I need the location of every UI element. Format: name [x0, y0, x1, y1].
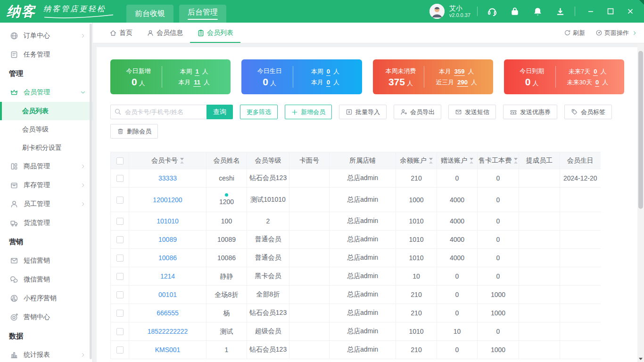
bell-icon[interactable]: [529, 3, 545, 19]
sidebar-subitem-5[interactable]: 会员等级: [0, 120, 92, 139]
scrollbar-down-arrow[interactable]: [637, 355, 644, 362]
sort-caret[interactable]: [514, 158, 518, 164]
search-input[interactable]: [110, 105, 206, 119]
sidebar: 订单中心任务管理管理会员管理会员列表会员等级刷卡积分设置商品管理库存管理员工管理…: [0, 23, 93, 362]
refresh-icon: [564, 29, 571, 36]
corner-decoration: [639, 0, 644, 5]
toolbar-button-3[interactable]: 会员导出: [394, 105, 441, 119]
nav-cashier-button[interactable]: 前台收银: [126, 5, 173, 23]
member-table: 会员卡号会员姓名会员等级卡面号所属店铺余额账户赠送账户售卡工本费提成员工会员生日…: [110, 152, 601, 359]
toolbar-button-4[interactable]: 发送短信: [448, 105, 496, 119]
member-card-link[interactable]: 101010: [157, 217, 179, 225]
toolbar-button-5[interactable]: 发送优惠券: [503, 105, 557, 119]
search-button[interactable]: 查询: [206, 105, 233, 119]
goods-icon: [9, 162, 18, 171]
toolbar-row-2: 删除会员: [110, 124, 624, 139]
sort-caret[interactable]: [429, 158, 433, 164]
card-stat-link[interactable]: 290: [457, 79, 468, 87]
card-stat: 本月0人: [311, 78, 339, 87]
sidebar-item-10[interactable]: 货流管理: [0, 214, 92, 232]
tab-0[interactable]: 首页: [102, 23, 140, 43]
row-checkbox[interactable]: [116, 175, 124, 182]
sidebar-item-17[interactable]: 统计报表: [0, 346, 92, 362]
member-card-link[interactable]: KMS001: [155, 346, 181, 354]
chart-icon: [9, 351, 18, 360]
stat-card-3: 今日到期 0人 未来7天0人未来30天0人: [504, 59, 624, 94]
card-stat-link[interactable]: 359: [454, 68, 465, 76]
scrollbar-thumb[interactable]: [638, 51, 643, 209]
select-all-checkbox[interactable]: [116, 157, 124, 165]
card-stat-link[interactable]: 0: [595, 79, 599, 87]
member-card-link[interactable]: 12001200: [153, 196, 182, 204]
sidebar-item-13[interactable]: 微信营销: [0, 270, 92, 289]
column-header-5: 余额账户: [396, 152, 437, 169]
card-stat-link[interactable]: 11: [193, 79, 201, 87]
sidebar-item-12[interactable]: 短信营销: [0, 251, 92, 270]
sidebar-item-15[interactable]: 营销中心: [0, 308, 92, 327]
card-stat-link[interactable]: 0: [326, 68, 330, 76]
lock-icon[interactable]: [507, 3, 523, 19]
toolbar-button-1[interactable]: 新增会员: [285, 105, 332, 119]
sidebar-item-14[interactable]: 小程序营销: [0, 289, 92, 308]
tab-1[interactable]: 会员信息: [140, 23, 190, 43]
maximize-button[interactable]: [602, 3, 619, 19]
sidebar-item-3[interactable]: 会员管理: [0, 83, 92, 102]
minimize-button[interactable]: [582, 3, 600, 19]
row-checkbox[interactable]: [116, 255, 124, 262]
miniprogram-icon: [9, 294, 18, 303]
sidebar-item-8[interactable]: 库存管理: [0, 176, 92, 195]
user-info[interactable]: 艾小 v2.0.0.37: [449, 4, 471, 18]
table-row: 10089 10089 普通会员 总店admin 1010 4000 0: [111, 230, 601, 249]
tabbar-action-1[interactable]: 页面操作: [595, 29, 637, 37]
row-checkbox[interactable]: [116, 273, 124, 280]
sidebar-item-0[interactable]: 订单中心: [0, 26, 92, 45]
card-stat: 本月11人: [178, 78, 210, 87]
tabbar-action-0[interactable]: 刷新: [564, 29, 585, 37]
sort-caret[interactable]: [470, 158, 473, 164]
card-value: 0人: [132, 77, 145, 87]
member-card-link[interactable]: 666555: [157, 309, 179, 317]
row-checkbox[interactable]: [116, 218, 124, 225]
sidebar-scrollbar[interactable]: [90, 24, 92, 359]
download-icon[interactable]: [552, 3, 568, 19]
row-checkbox[interactable]: [116, 236, 124, 243]
truck-icon: [9, 219, 18, 228]
member-card-link[interactable]: 10089: [158, 236, 177, 243]
home-icon: [109, 29, 117, 37]
row-checkbox[interactable]: [116, 310, 124, 317]
row-checkbox[interactable]: [116, 197, 124, 204]
row-checkbox[interactable]: [116, 291, 124, 298]
toolbar-button-2[interactable]: 批量导入: [339, 105, 387, 119]
member-card-link[interactable]: 33333: [158, 174, 177, 182]
sort-caret[interactable]: [180, 158, 184, 164]
member-card-link[interactable]: 1214: [160, 272, 175, 280]
row-checkbox[interactable]: [116, 346, 124, 354]
toolbar-button-0[interactable]: 更多筛选: [240, 105, 278, 119]
row-checkbox[interactable]: [116, 328, 124, 335]
sidebar-subitem-6[interactable]: 刷卡积分设置: [0, 139, 92, 157]
nav-backoffice-button[interactable]: 后台管理: [179, 5, 226, 23]
sidebar-item-1[interactable]: 任务管理: [0, 45, 92, 64]
mail-icon: [455, 108, 462, 115]
logo-tagline: 纳客管店更轻松: [43, 4, 114, 18]
sidebar-section-11: 营销: [0, 232, 92, 251]
service-icon[interactable]: [484, 3, 500, 19]
column-header-7: 售卡工本费: [478, 152, 519, 169]
delete-member-button[interactable]: 删除会员: [110, 124, 158, 139]
member-card-link[interactable]: 18522222222: [148, 328, 188, 335]
window-controls: [582, 3, 639, 19]
tab-2[interactable]: 会员列表: [190, 23, 240, 43]
card-stat-link[interactable]: 1: [195, 68, 199, 76]
card-stat-link[interactable]: 0: [326, 79, 330, 87]
sidebar-subitem-4[interactable]: 会员列表: [0, 102, 92, 120]
toolbar-button-6[interactable]: 会员标签: [564, 105, 612, 119]
member-card-link[interactable]: 00101: [158, 291, 177, 298]
sidebar-item-9[interactable]: 员工管理: [0, 195, 92, 214]
close-button[interactable]: [621, 3, 639, 19]
sidebar-item-7[interactable]: 商品管理: [0, 157, 92, 176]
member-card-link[interactable]: 10086: [158, 254, 177, 262]
tag-icon: [571, 108, 578, 115]
avatar[interactable]: [429, 4, 445, 19]
user-icon: [147, 29, 154, 37]
card-stat-link[interactable]: 0: [593, 68, 597, 76]
